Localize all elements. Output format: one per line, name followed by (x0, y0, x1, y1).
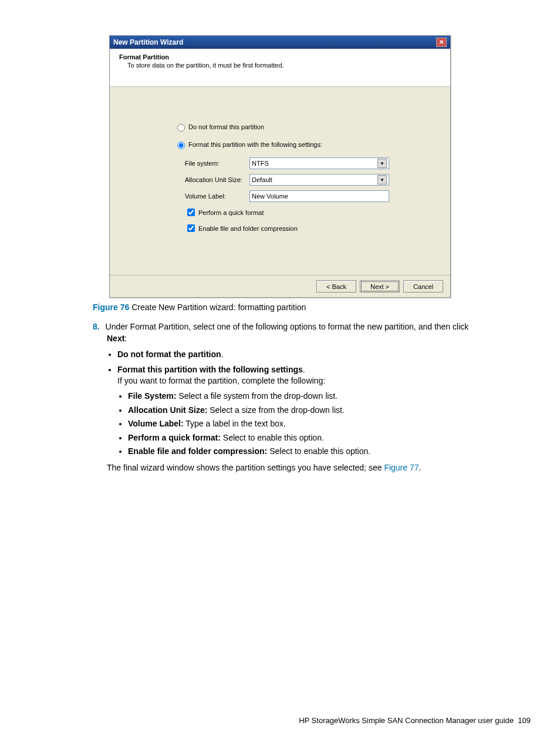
sub-volume-label: Volume Label: Type a label in the text b… (128, 418, 537, 430)
file-system-select[interactable]: NTFS ▼ (249, 157, 389, 169)
s1b: Select a file system from the drop-down … (176, 391, 338, 401)
file-system-value: NTFS (252, 160, 269, 167)
cancel-button[interactable]: Cancel (403, 280, 443, 293)
allocation-row: Allocation Unit Size: Default ▼ (185, 174, 433, 186)
s3b: Type a label in the text box. (184, 419, 286, 428)
page-number: 109 (518, 716, 531, 725)
compression-checkbox[interactable] (187, 224, 195, 232)
final-a: The final wizard window shows the partit… (107, 463, 384, 472)
volume-label-label: Volume Label: (185, 193, 249, 200)
s5b: Select to enable this option. (267, 446, 370, 456)
dialog-body: Do not format this partition Format this… (110, 87, 450, 275)
bullet-format: Format this partition with the following… (117, 364, 537, 458)
volume-label-input[interactable]: New Volume (249, 190, 389, 202)
volume-label-row: Volume Label: New Volume (185, 190, 433, 202)
s1a: File System: (128, 391, 176, 401)
radio-format-row[interactable]: Format this partition with the following… (174, 140, 433, 149)
radio-format-label: Format this partition with the following… (188, 141, 322, 148)
s2b: Select a size from the drop-down list. (207, 405, 344, 415)
step-8: 8. Under Format Partition, select one of… (93, 321, 537, 474)
file-system-row: File system: NTFS ▼ (185, 157, 433, 169)
radio-no-format[interactable] (177, 124, 185, 132)
step-intro-c: : (124, 334, 127, 343)
allocation-label: Allocation Unit Size: (185, 176, 249, 183)
figure-label: Figure 76 (93, 303, 129, 312)
chevron-down-icon: ▼ (377, 159, 387, 168)
bullet-no-format-bold: Do not format the partition (117, 350, 221, 359)
radio-format[interactable] (177, 142, 185, 149)
sub-bullets: File System: Select a file system from t… (128, 391, 537, 458)
chevron-down-icon: ▼ (377, 175, 387, 184)
step-number: 8. (93, 322, 100, 331)
window-title: New Partition Wizard (113, 38, 183, 46)
radio-no-format-label: Do not format this partition (188, 123, 264, 130)
allocation-value: Default (252, 176, 272, 183)
wizard-dialog: New Partition Wizard ✕ Format Partition … (109, 35, 451, 298)
quick-format-label: Perform a quick format (198, 209, 264, 216)
step-intro-a: Under Format Partition, select one of th… (106, 322, 469, 331)
compression-row[interactable]: Enable file and folder compression (185, 223, 433, 234)
s2a: Allocation Unit Size: (128, 405, 207, 415)
compression-label: Enable file and folder compression (198, 225, 298, 232)
header-subtext: To store data on the partition, it must … (127, 62, 441, 69)
s5a: Enable file and folder compression: (128, 446, 267, 456)
quick-format-row[interactable]: Perform a quick format (185, 207, 433, 218)
s4b: Select to enable this option. (221, 433, 324, 442)
final-tail: . (419, 463, 421, 472)
sub-file-system: File System: Select a file system from t… (128, 391, 537, 402)
sub-compression: Enable file and folder compression: Sele… (128, 446, 537, 458)
dialog-header: Format Partition To store data on the pa… (110, 49, 450, 87)
footer-text: HP StorageWorks Simple SAN Connection Ma… (299, 716, 514, 725)
header-heading: Format Partition (119, 53, 441, 61)
close-icon[interactable]: ✕ (436, 38, 447, 47)
s4a: Perform a quick format: (128, 433, 221, 442)
back-button[interactable]: < Back (316, 280, 356, 293)
file-system-label: File system: (185, 160, 249, 167)
s3a: Volume Label: (128, 419, 184, 428)
sub-allocation: Allocation Unit Size: Select a size from… (128, 405, 537, 416)
figure-text: Create New Partition wizard: formatting … (131, 303, 306, 312)
bullet-format-tail: . (303, 365, 305, 374)
sub-quick-format: Perform a quick format: Select to enable… (128, 432, 537, 444)
titlebar: New Partition Wizard ✕ (110, 36, 450, 49)
page-footer: HP StorageWorks Simple SAN Connection Ma… (299, 716, 531, 725)
bullet-format-sub: If you want to format the partition, com… (117, 375, 537, 387)
figure-caption: Figure 76 Create New Partition wizard: f… (93, 303, 537, 312)
allocation-select[interactable]: Default ▼ (249, 174, 389, 186)
next-button[interactable]: Next > (360, 280, 400, 293)
radio-no-format-row[interactable]: Do not format this partition (174, 122, 433, 132)
bullet-format-bold: Format this partition with the following… (117, 365, 303, 374)
volume-label-value: New Volume (252, 193, 288, 200)
bullet-no-format-tail: . (221, 350, 224, 359)
step-bullets: Do not format the partition. Format this… (117, 349, 537, 458)
figure-77-link[interactable]: Figure 77 (384, 463, 419, 472)
bullet-no-format: Do not format the partition. (117, 349, 537, 361)
final-sentence: The final wizard window shows the partit… (107, 462, 537, 474)
dialog-footer: < Back Next > Cancel (110, 275, 450, 297)
quick-format-checkbox[interactable] (187, 209, 195, 216)
step-intro-b: Next (107, 334, 124, 343)
